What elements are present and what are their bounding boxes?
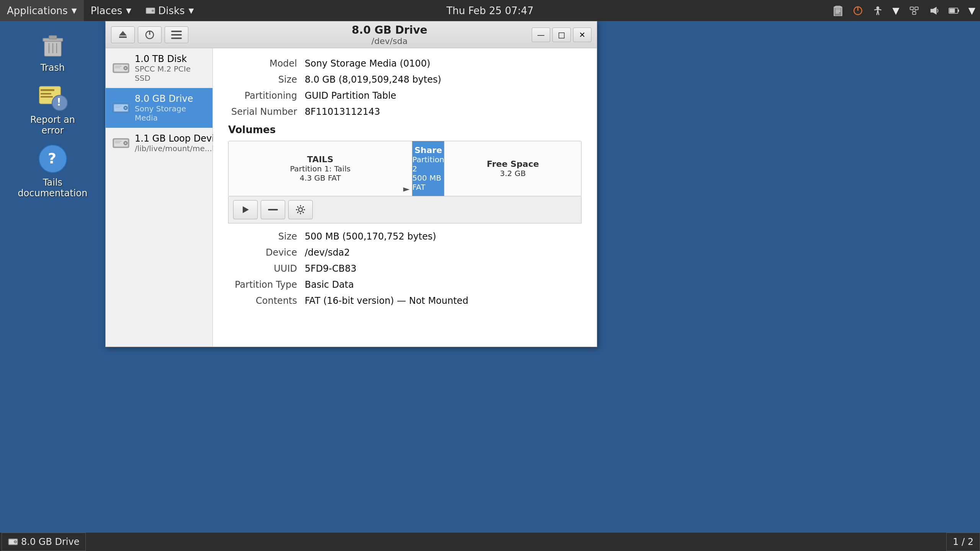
minimize-button[interactable]: —	[532, 28, 550, 42]
svg-rect-39	[171, 34, 182, 36]
tails-partition-sub1: Partition 1: Tails	[290, 164, 350, 173]
menu-button[interactable]	[165, 26, 188, 43]
volume-icon[interactable]	[924, 0, 944, 21]
sidebar-item-1[interactable]: 8.0 GB Drive Sony Storage Media	[106, 88, 212, 128]
close-button[interactable]: ✕	[573, 28, 591, 42]
svg-rect-6	[836, 11, 841, 11]
svg-rect-28	[41, 93, 51, 95]
partition-share[interactable]: Share Partition 2 500 MB FAT	[412, 141, 444, 196]
free-partition-name: Free Space	[487, 159, 539, 169]
sel-device-row: Device /dev/sda2	[228, 247, 581, 258]
trash-label: Trash	[41, 62, 65, 73]
svg-point-56	[125, 142, 126, 144]
taskbar-window-item[interactable]: 8.0 GB Drive	[2, 533, 86, 551]
power-off-button[interactable]	[138, 26, 162, 43]
window-titlebar: 8.0 GB Drive /dev/sda — □ ✕	[106, 21, 597, 48]
sel-contents-label: Contents	[228, 295, 305, 306]
settings-button[interactable]	[288, 200, 313, 219]
disk-icon-1	[113, 101, 129, 114]
mount-button[interactable]	[233, 200, 258, 219]
hamburger-icon	[171, 31, 182, 39]
maximize-button[interactable]: □	[552, 28, 571, 42]
selected-partition-detail: Size 500 MB (500,170,752 bytes) Device /…	[228, 231, 581, 306]
svg-text:!: !	[57, 96, 61, 108]
partition-tails[interactable]: TAILS Partition 1: Tails 4.3 GB FAT ►	[229, 141, 412, 196]
svg-point-2	[152, 10, 154, 12]
svg-rect-7	[836, 12, 839, 13]
places-arrow-icon: ▼	[126, 7, 131, 15]
svg-marker-16	[930, 7, 936, 15]
size-label: Size	[228, 74, 305, 85]
volumes-header: Volumes	[228, 124, 581, 135]
sidebar-item-name-1: 8.0 GB Drive	[135, 93, 206, 104]
detail-area: Model Sony Storage Media (0100) Size 8.0…	[213, 48, 597, 347]
svg-rect-22	[49, 36, 57, 39]
taskbar-window-label: 8.0 GB Drive	[21, 536, 79, 547]
remove-partition-button[interactable]	[261, 200, 285, 219]
places-menu[interactable]: Places ▼	[84, 0, 139, 21]
disks-arrow-icon: ▼	[189, 7, 194, 15]
partition-free[interactable]: Free Space 3.2 GB	[444, 141, 581, 196]
svg-rect-5	[836, 10, 841, 10]
sel-contents-row: Contents FAT (16-bit version) — Not Moun…	[228, 295, 581, 306]
disks-icon	[145, 5, 156, 16]
applications-label: Applications	[7, 5, 68, 16]
sidebar-item-2[interactable]: 1.1 GB Loop Device /lib/live/mount/me...…	[106, 128, 212, 158]
svg-text:?: ?	[48, 150, 56, 167]
svg-rect-18	[949, 8, 955, 13]
svg-point-10	[876, 6, 879, 9]
serial-label: Serial Number	[228, 106, 305, 117]
battery-arrow-icon[interactable]: ▼	[964, 0, 980, 21]
svg-rect-38	[171, 31, 182, 32]
accessibility-icon[interactable]	[868, 0, 888, 21]
size-row: Size 8.0 GB (8,019,509,248 bytes)	[228, 74, 581, 85]
eject-icon	[118, 29, 128, 40]
taskbar-disk-icon	[8, 538, 18, 546]
serial-row: Serial Number 8F11013112143	[228, 106, 581, 117]
sel-size-value: 500 MB (500,170,752 bytes)	[305, 231, 436, 242]
main-window: 8.0 GB Drive /dev/sda — □ ✕	[105, 21, 597, 347]
battery-icon[interactable]	[944, 0, 964, 21]
svg-rect-40	[171, 37, 182, 39]
power-icon[interactable]	[848, 0, 868, 21]
sel-device-value: /dev/sda2	[305, 247, 350, 258]
svg-point-61	[299, 208, 302, 212]
sidebar-item-sub-1: Sony Storage Media	[135, 104, 206, 122]
topbar-right: ▼ ▼	[828, 0, 980, 21]
svg-rect-51	[115, 106, 122, 106]
sel-size-label: Size	[228, 231, 305, 242]
disk-sidebar: 1.0 TB Disk SPCC M.2 PCIe SSD 8.0 GB Dri…	[106, 48, 213, 347]
disks-label: Disks	[158, 5, 185, 16]
window-title: 8.0 GB Drive	[352, 24, 427, 36]
applications-menu[interactable]: Applications ▼	[0, 0, 84, 21]
tails-docs-label: Tails documentation	[18, 177, 88, 199]
disk-icon-2	[113, 137, 129, 150]
partition-bar[interactable]: TAILS Partition 1: Tails 4.3 GB FAT ► Sh…	[228, 141, 581, 196]
disk-icon-0	[113, 62, 129, 75]
svg-rect-52	[115, 107, 120, 108]
report-error-icon-desktop[interactable]: ! Report an error	[22, 81, 83, 136]
sel-device-label: Device	[228, 247, 305, 258]
tails-docs-image: ?	[38, 143, 68, 174]
tails-docs-icon-desktop[interactable]: ? Tails documentation	[22, 143, 83, 199]
disks-menu[interactable]: Disks ▼	[138, 0, 201, 21]
power-off-icon	[144, 29, 155, 40]
eject-button[interactable]	[111, 26, 135, 43]
trash-icon-desktop[interactable]: Trash	[22, 29, 83, 73]
report-error-svg: !	[38, 81, 68, 111]
partition-controls	[228, 196, 581, 223]
accessibility-arrow-icon[interactable]: ▼	[888, 0, 904, 21]
sidebar-item-0[interactable]: 1.0 TB Disk SPCC M.2 PCIe SSD	[106, 48, 212, 88]
clipboard-icon[interactable]	[828, 0, 848, 21]
svg-rect-35	[119, 36, 127, 38]
network-icon[interactable]	[904, 0, 924, 21]
svg-marker-59	[243, 206, 249, 213]
window-content: 1.0 TB Disk SPCC M.2 PCIe SSD 8.0 GB Dri…	[106, 48, 597, 347]
report-error-label: Report an error	[22, 114, 83, 136]
model-value: Sony Storage Media (0100)	[305, 58, 430, 69]
svg-point-72	[14, 541, 17, 543]
sel-uuid-row: UUID 5FD9-CB83	[228, 263, 581, 274]
places-label: Places	[91, 5, 122, 16]
svg-rect-27	[41, 89, 54, 91]
share-partition-sub2: 500 MB FAT	[412, 173, 444, 192]
